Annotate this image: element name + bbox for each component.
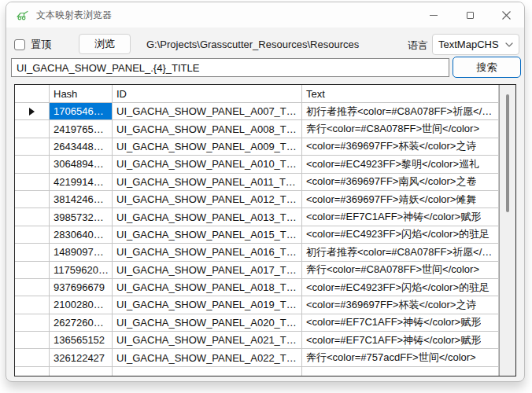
- text-cell[interactable]: <color=#EC4923FF>闪焰</color>的驻足: [302, 279, 499, 296]
- table-row[interactable]: 937696679UI_GACHA_SHOW_PANEL_A018_TITLE<…: [15, 279, 499, 296]
- table-row[interactable]: 2643448693UI_GACHA_SHOW_PANEL_A009_TITLE…: [15, 138, 499, 156]
- table-row[interactable]: 326122427UI_GACHA_SHOW_PANEL_A022_TITLE奔…: [15, 349, 499, 366]
- text-cell[interactable]: 奔行<color=#C8A078FF>世间</color>: [302, 120, 499, 138]
- id-cell[interactable]: UI_GACHA_SHOW_PANEL_A016_TITLE: [113, 244, 302, 261]
- row-selector-cell[interactable]: [15, 191, 50, 208]
- hash-cell[interactable]: 1489097864: [50, 244, 113, 261]
- maximize-button[interactable]: [452, 2, 488, 28]
- language-select[interactable]: TextMapCHS: [432, 34, 519, 55]
- id-cell[interactable]: UI_GACHA_SHOW_PANEL_A021_TITLE: [113, 332, 302, 349]
- text-cell[interactable]: <color=#369697FF>南风</color>之卷: [302, 174, 499, 191]
- pin-on-top-checkbox[interactable]: [14, 39, 25, 50]
- hash-cell[interactable]: 4219914605: [50, 174, 113, 191]
- hash-cell[interactable]: 3064894892: [50, 156, 113, 173]
- row-selector-cell[interactable]: [15, 226, 50, 244]
- row-selector-cell[interactable]: [15, 349, 50, 366]
- hash-cell[interactable]: 326122427: [50, 349, 113, 366]
- hash-cell[interactable]: 3814246288: [50, 191, 113, 208]
- id-cell[interactable]: UI_GACHA_SHOW_PANEL_A009_TITLE: [113, 138, 302, 156]
- id-cell[interactable]: UI_GACHA_SHOW_PANEL_A011_TITLE: [113, 174, 302, 191]
- hash-cell[interactable]: 2643448693: [50, 138, 113, 156]
- partial-cell: [15, 367, 50, 376]
- row-selector-cell[interactable]: [15, 208, 50, 226]
- close-button[interactable]: [488, 2, 524, 28]
- text-cell[interactable]: <color=#EC4923FF>闪焰</color>的驻足: [302, 226, 499, 244]
- id-cell[interactable]: UI_GACHA_SHOW_PANEL_A019_TITLE: [113, 296, 302, 314]
- table-row[interactable]: 3814246288UI_GACHA_SHOW_PANEL_A012_TITLE…: [15, 191, 499, 208]
- table-row[interactable]: 1175962018UI_GACHA_SHOW_PANEL_A017_TITLE…: [15, 262, 499, 279]
- row-selector-cell[interactable]: [15, 314, 50, 332]
- id-cell-value: UI_GACHA_SHOW_PANEL_A019_TITLE: [116, 299, 298, 310]
- hash-cell-value: 136565152: [54, 334, 105, 346]
- browse-button[interactable]: 浏览: [79, 34, 131, 54]
- table-row[interactable]: 3064894892UI_GACHA_SHOW_PANEL_A010_TITLE…: [15, 156, 499, 173]
- id-cell[interactable]: UI_GACHA_SHOW_PANEL_A012_TITLE: [113, 191, 302, 208]
- text-cell[interactable]: <color=#369697FF>杯装</color>之诗: [302, 138, 499, 156]
- column-header-text[interactable]: Text: [302, 85, 499, 103]
- table-row[interactable]: 136565152UI_GACHA_SHOW_PANEL_A021_TITLE<…: [15, 332, 499, 349]
- id-cell[interactable]: UI_GACHA_SHOW_PANEL_A020_TITLE: [113, 314, 302, 332]
- table-row[interactable]: 1706546433UI_GACHA_SHOW_PANEL_A007_TITLE…: [15, 103, 499, 120]
- id-cell[interactable]: UI_GACHA_SHOW_PANEL_A018_TITLE: [113, 279, 302, 296]
- table-row[interactable]: 3985732385UI_GACHA_SHOW_PANEL_A013_TITLE…: [15, 208, 499, 226]
- vertical-scrollbar[interactable]: [499, 85, 515, 376]
- row-selector-cell[interactable]: [15, 332, 50, 349]
- row-selector-cell[interactable]: [15, 103, 50, 120]
- text-cell[interactable]: <color=#EC4923FF>黎明</color>巡礼: [302, 156, 499, 173]
- table-row[interactable]: 2100280655UI_GACHA_SHOW_PANEL_A019_TITLE…: [15, 296, 499, 314]
- scrollbar-thumb[interactable]: [506, 94, 509, 212]
- row-selector-cell[interactable]: [15, 296, 50, 314]
- hash-cell[interactable]: 937696679: [50, 279, 113, 296]
- row-selector-cell[interactable]: [15, 174, 50, 191]
- text-cell[interactable]: <color=#EF7C1AFF>神铸</color>赋形: [302, 332, 499, 349]
- id-cell[interactable]: UI_GACHA_SHOW_PANEL_A007_TITLE: [113, 103, 302, 120]
- column-header-id[interactable]: ID: [113, 85, 302, 103]
- id-cell-value: UI_GACHA_SHOW_PANEL_A022_TITLE: [116, 352, 298, 364]
- text-cell[interactable]: <color=#EF7C1AFF>神铸</color>赋形: [302, 314, 499, 332]
- search-input[interactable]: [11, 58, 449, 77]
- row-selector-cell[interactable]: [15, 244, 50, 261]
- hash-cell[interactable]: 1175962018: [50, 262, 113, 279]
- hash-cell[interactable]: 2100280655: [50, 296, 113, 314]
- text-cell[interactable]: 奔行<color=#C8A078FF>世间</color>: [302, 262, 499, 279]
- row-selector-cell[interactable]: [15, 156, 50, 173]
- text-cell-value: <color=#EC4923FF>闪焰</color>的驻足: [306, 227, 490, 241]
- id-cell[interactable]: UI_GACHA_SHOW_PANEL_A022_TITLE: [113, 349, 302, 366]
- row-selector-cell[interactable]: [15, 279, 50, 296]
- table-row[interactable]: 2419765637UI_GACHA_SHOW_PANEL_A008_TITLE…: [15, 120, 499, 138]
- hash-cell[interactable]: 2830640346: [50, 226, 113, 244]
- row-selector-cell[interactable]: [15, 138, 50, 156]
- id-cell[interactable]: UI_GACHA_SHOW_PANEL_A013_TITLE: [113, 208, 302, 226]
- row-selector-cell[interactable]: [15, 120, 50, 138]
- hash-cell[interactable]: 136565152: [50, 332, 113, 349]
- hash-cell[interactable]: 1706546433: [50, 103, 113, 120]
- hash-cell-value: 2627260643: [54, 317, 109, 329]
- table-row[interactable]: 4219914605UI_GACHA_SHOW_PANEL_A011_TITLE…: [15, 174, 499, 191]
- text-cell[interactable]: 初行者推荐<color=#C8A078FF>祈愿</color>: [302, 244, 499, 261]
- search-button[interactable]: 搜索: [453, 57, 521, 78]
- id-cell[interactable]: UI_GACHA_SHOW_PANEL_A008_TITLE: [113, 120, 302, 138]
- table-row[interactable]: 2830640346UI_GACHA_SHOW_PANEL_A015_TITLE…: [15, 226, 499, 244]
- column-header-hash[interactable]: Hash: [50, 85, 113, 103]
- hash-cell[interactable]: 2627260643: [50, 314, 113, 332]
- hash-cell-value: 2100280655: [54, 299, 109, 310]
- hash-cell[interactable]: 3985732385: [50, 208, 113, 226]
- id-cell[interactable]: UI_GACHA_SHOW_PANEL_A017_TITLE: [113, 262, 302, 279]
- minimize-button[interactable]: [416, 2, 452, 28]
- table-row[interactable]: 1489097864UI_GACHA_SHOW_PANEL_A016_TITLE…: [15, 244, 499, 261]
- text-cell[interactable]: 奔行<color=#757acdFF>世间</color>: [302, 349, 499, 366]
- text-cell[interactable]: <color=#EF7C1AFF>神铸</color>赋形: [302, 208, 499, 226]
- text-cell[interactable]: <color=#369697FF>靖妖</color>傩舞: [302, 191, 499, 208]
- text-cell-value: <color=#EC4923FF>黎明</color>巡礼: [306, 157, 479, 171]
- search-row: 搜索: [6, 57, 524, 79]
- id-cell[interactable]: UI_GACHA_SHOW_PANEL_A010_TITLE: [113, 156, 302, 173]
- id-cell-value: UI_GACHA_SHOW_PANEL_A018_TITLE: [116, 281, 298, 293]
- id-cell-value: UI_GACHA_SHOW_PANEL_A011_TITLE: [116, 176, 298, 188]
- row-selector-cell[interactable]: [15, 262, 50, 279]
- hash-cell[interactable]: 2419765637: [50, 120, 113, 138]
- id-cell[interactable]: UI_GACHA_SHOW_PANEL_A015_TITLE: [113, 226, 302, 244]
- table-row[interactable]: 2627260643UI_GACHA_SHOW_PANEL_A020_TITLE…: [15, 314, 499, 332]
- text-cell[interactable]: 初行者推荐<color=#C8A078FF>祈愿</color>: [302, 103, 499, 120]
- text-cell[interactable]: <color=#369697FF>杯装</color>之诗: [302, 296, 499, 314]
- text-cell-value: 初行者推荐<color=#C8A078FF>祈愿</color>: [306, 105, 495, 119]
